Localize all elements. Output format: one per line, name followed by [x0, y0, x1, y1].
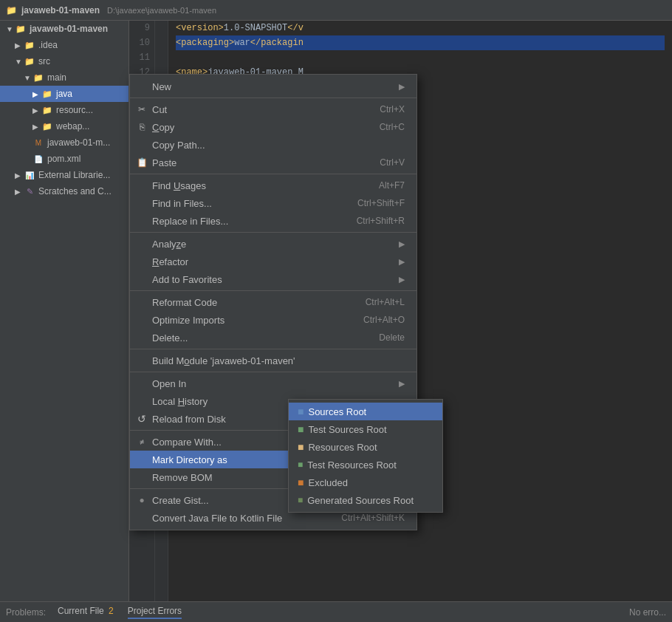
- menu-item-label: New: [152, 81, 399, 92]
- find-icon: [136, 180, 148, 191]
- menu-item-copy-path[interactable]: Copy Path...: [130, 136, 416, 154]
- sidebar: ▼ 📁 javaweb-01-maven ▶ 📁 .idea ▼ 📁 src ▼…: [0, 21, 129, 601]
- menu-item-open-in[interactable]: Open In ▶: [130, 375, 416, 392]
- expand-arrow-icon: ▼: [6, 25, 13, 33]
- menu-item-label: Cut: [152, 104, 365, 115]
- menu-item-label: Convert Java File to Kotlin File: [152, 513, 326, 524]
- folder-icon: 📁: [41, 104, 53, 116]
- status-tab-current-file[interactable]: Current File 2: [58, 606, 116, 619]
- submenu-item-resources-root[interactable]: ■ Resources Root: [289, 438, 442, 456]
- menu-item-build-module[interactable]: Build Module 'javaweb-01-maven': [130, 352, 416, 369]
- submenu-arrow-icon: ▶: [399, 82, 405, 92]
- compare-icon: ≠: [136, 436, 148, 448]
- submenu-mark-directory-as: ■ Sources Root ■ Test Sources Root ■ Res…: [288, 399, 443, 513]
- history-icon: [136, 395, 148, 407]
- main-area: ▼ 📁 javaweb-01-maven ▶ 📁 .idea ▼ 📁 src ▼…: [0, 21, 672, 601]
- submenu-item-label: Test Resources Root: [307, 459, 397, 471]
- open-in-icon: [136, 377, 148, 389]
- menu-item-label: Analyze: [152, 239, 399, 250]
- code-line: <packaging>war</packagin: [176, 35, 665, 50]
- shortcut-label: Ctrl+Alt+O: [363, 315, 405, 325]
- submenu-arrow-icon: ▶: [399, 275, 405, 284]
- resources-root-icon: ■: [298, 441, 304, 453]
- submenu-item-label: Sources Root: [308, 406, 366, 417]
- submenu-item-test-sources-root[interactable]: ■ Test Sources Root: [289, 420, 442, 438]
- sidebar-item-scratches[interactable]: ▶ ✎ Scratches and C...: [0, 183, 128, 199]
- title-project-path: D:\javaexe\javaweb-01-maven: [107, 6, 216, 15]
- copy-path-icon: [136, 139, 148, 151]
- code-line: <version>1.0-SNAPSHOT</v: [176, 21, 665, 35]
- menu-item-label: Find Usages: [152, 180, 364, 191]
- menu-item-label: Copy: [152, 122, 365, 133]
- title-bar: 📁 javaweb-01-maven D:\javaexe\javaweb-01…: [0, 0, 672, 21]
- folder-icon: 📁: [41, 120, 53, 132]
- menu-separator: [130, 174, 416, 174]
- menu-item-label: Add to Favorites: [152, 274, 399, 285]
- expand-arrow-icon: ▼: [24, 74, 31, 82]
- sidebar-item-external-libs[interactable]: ▶ 📊 External Librarie...: [0, 167, 128, 183]
- sidebar-item-javaweb-file[interactable]: ▶ M javaweb-01-m...: [0, 134, 128, 151]
- sidebar-item-main[interactable]: ▼ 📁 main: [0, 69, 128, 86]
- folder-icon: 📁: [24, 39, 35, 51]
- sidebar-item-resources[interactable]: ▶ 📁 resourc...: [0, 102, 128, 118]
- shortcut-label: Delete: [379, 332, 405, 343]
- folder-icon: 📁: [24, 55, 35, 67]
- menu-item-copy[interactable]: ⎘ Copy Ctrl+C: [130, 118, 416, 136]
- sidebar-item-pom-xml[interactable]: ▶ 📄 pom.xml: [0, 151, 128, 167]
- menu-item-find-usages[interactable]: Find Usages Alt+F7: [130, 177, 416, 194]
- submenu-item-test-resources-root[interactable]: ■ Test Resources Root: [289, 456, 442, 474]
- test-sources-root-icon: ■: [298, 423, 304, 435]
- test-resources-root-icon: ■: [298, 459, 303, 470]
- menu-item-analyze[interactable]: Analyze ▶: [130, 235, 416, 253]
- status-tab-project-errors[interactable]: Project Errors: [128, 606, 182, 619]
- expand-arrow-icon: ▶: [15, 188, 22, 196]
- new-icon: [136, 81, 148, 92]
- project-folder-icon: 📁: [6, 5, 17, 16]
- menu-item-find-in-files[interactable]: Find in Files... Ctrl+Shift+F: [130, 194, 416, 212]
- menu-separator: [130, 372, 416, 372]
- convert-icon: [136, 512, 148, 524]
- sources-root-icon: ■: [298, 406, 304, 417]
- sidebar-item-idea[interactable]: ▶ 📁 .idea: [0, 37, 128, 53]
- menu-item-add-to-favorites[interactable]: Add to Favorites ▶: [130, 270, 416, 288]
- remove-bom-icon: [136, 471, 148, 483]
- expand-arrow-icon: ▶: [32, 90, 40, 98]
- libs-icon: 📊: [24, 169, 35, 181]
- menu-item-optimize-imports[interactable]: Optimize Imports Ctrl+Alt+O: [130, 311, 416, 329]
- submenu-item-sources-root[interactable]: ■ Sources Root: [289, 403, 442, 420]
- submenu-item-excluded[interactable]: ■ Excluded: [289, 474, 442, 491]
- sidebar-item-label: .idea: [38, 40, 58, 50]
- title-project-name: javaweb-01-maven: [21, 5, 100, 16]
- menu-item-cut[interactable]: ✂ Cut Ctrl+X: [130, 100, 416, 118]
- sidebar-item-project-root[interactable]: ▼ 📁 javaweb-01-maven: [0, 21, 128, 37]
- menu-item-paste[interactable]: 📋 Paste Ctrl+V: [130, 154, 416, 171]
- shortcut-label: Ctrl+C: [380, 122, 405, 132]
- sidebar-item-webapp[interactable]: ▶ 📁 webap...: [0, 118, 128, 134]
- menu-item-delete[interactable]: Delete... Delete: [130, 329, 416, 346]
- sidebar-item-label: External Librarie...: [38, 170, 110, 180]
- menu-separator: [130, 232, 416, 233]
- status-tab-problems[interactable]: Problems:: [6, 607, 46, 618]
- submenu-item-label: Excluded: [308, 477, 347, 488]
- sidebar-item-java[interactable]: ▶ 📁 java: [0, 86, 128, 102]
- sidebar-item-label: webap...: [56, 121, 89, 131]
- menu-item-new[interactable]: New ▶: [130, 78, 416, 95]
- shortcut-label: Ctrl+Alt+Shift+K: [341, 513, 405, 523]
- menu-item-replace-in-files[interactable]: Replace in Files... Ctrl+Shift+R: [130, 212, 416, 230]
- shortcut-label: Ctrl+Alt+L: [366, 297, 405, 307]
- cut-icon: ✂: [136, 103, 148, 115]
- shortcut-label: Ctrl+X: [380, 104, 405, 115]
- favorites-icon: [136, 273, 148, 285]
- sidebar-item-src[interactable]: ▼ 📁 src: [0, 53, 128, 69]
- submenu-item-generated-sources-root[interactable]: ■ Generated Sources Root: [289, 491, 442, 509]
- menu-item-label: Open In: [152, 378, 399, 389]
- submenu-item-label: Resources Root: [308, 442, 377, 453]
- menu-separator: [130, 349, 416, 349]
- menu-item-refactor[interactable]: Refactor ▶: [130, 253, 416, 270]
- menu-item-reformat-code[interactable]: Reformat Code Ctrl+Alt+L: [130, 293, 416, 311]
- build-icon: [136, 355, 148, 366]
- paste-icon: 📋: [136, 157, 148, 168]
- xml-file-icon: 📄: [32, 153, 44, 165]
- sidebar-item-label: main: [47, 72, 66, 83]
- submenu-arrow-icon: ▶: [399, 239, 405, 249]
